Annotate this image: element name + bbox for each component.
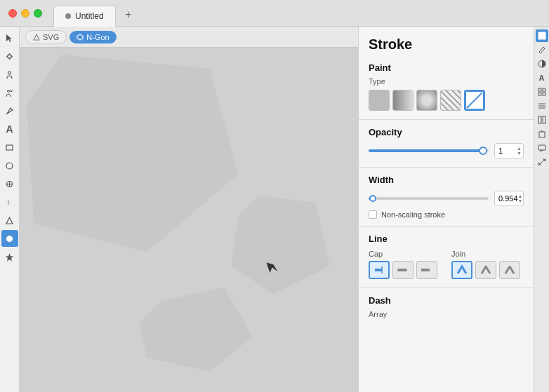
width-section-label: Width: [359, 170, 534, 188]
minimize-button[interactable]: [21, 9, 29, 18]
width-slider[interactable]: [369, 197, 489, 200]
ri-chat[interactable]: [536, 142, 548, 154]
opacity-up[interactable]: ▲: [517, 146, 522, 151]
svg-rect-33: [543, 116, 545, 123]
tool-node[interactable]: [1, 48, 18, 65]
width-down[interactable]: ▼: [518, 198, 523, 203]
tab-modified-dot: [65, 13, 71, 19]
width-row: 0.954 ▲ ▼: [359, 188, 534, 209]
divider-2: [359, 167, 534, 168]
cap-butt[interactable]: [369, 261, 390, 279]
cap-group: Cap: [369, 250, 437, 279]
ri-pencil[interactable]: [536, 43, 548, 56]
non-scaling-row: Non-scaling stroke: [359, 209, 534, 223]
non-scaling-label: Non-scaling stroke: [381, 210, 445, 219]
svg-point-2: [8, 72, 11, 74]
opacity-section-label: Opacity: [359, 123, 534, 140]
opacity-input[interactable]: 1 ▲ ▼: [494, 143, 524, 158]
svg-rect-37: [538, 145, 545, 150]
width-slider-thumb[interactable]: [369, 195, 376, 202]
paint-type-linear[interactable]: [392, 90, 414, 111]
non-scaling-checkbox[interactable]: [369, 210, 377, 219]
svg-rect-28: [543, 93, 545, 95]
svg-marker-12: [6, 253, 14, 262]
svg-point-6: [6, 163, 13, 169]
width-spinners[interactable]: ▲ ▼: [518, 194, 523, 203]
panel-title: Stroke: [359, 27, 534, 58]
svg-rect-23: [538, 32, 545, 39]
width-input[interactable]: 0.954 ▲ ▼: [494, 191, 524, 206]
tab-bar: Untitled +: [53, 0, 135, 26]
new-tab-button[interactable]: +: [121, 8, 135, 22]
paint-type-solid[interactable]: [369, 90, 390, 111]
join-bevel[interactable]: [499, 261, 520, 279]
svg-point-4: [11, 90, 12, 91]
ri-contrast[interactable]: [536, 58, 548, 70]
ri-align[interactable]: [536, 100, 548, 112]
tool-pen[interactable]: [1, 102, 18, 119]
join-group: Join: [451, 250, 520, 279]
tool-text[interactable]: A: [1, 121, 18, 137]
divider-3: [359, 226, 534, 227]
join-miter[interactable]: [451, 261, 472, 279]
array-label: Array: [359, 309, 534, 320]
ri-building[interactable]: [536, 128, 548, 140]
svg-marker-16: [231, 196, 330, 295]
opacity-down[interactable]: ▼: [517, 151, 522, 156]
svg-rect-25: [538, 88, 541, 91]
tool-triangle[interactable]: [1, 212, 18, 229]
cap-join-row: Cap Join: [359, 247, 534, 285]
tool-moon[interactable]: [1, 194, 18, 210]
traffic-lights: [0, 9, 42, 18]
svg-rect-34: [539, 132, 545, 137]
titlebar: Untitled +: [0, 0, 549, 27]
cap-buttons: [369, 261, 437, 279]
svg-rect-5: [6, 145, 13, 150]
ri-columns[interactable]: [536, 114, 548, 126]
width-up[interactable]: ▲: [518, 194, 523, 198]
svg-rect-27: [538, 93, 541, 95]
opacity-value: 1: [498, 147, 503, 155]
canvas-area: SVG N-Gon: [20, 27, 358, 392]
canvas-shapes: [20, 48, 358, 392]
tool-rect[interactable]: [1, 139, 18, 156]
ri-font[interactable]: A: [536, 72, 548, 84]
ri-fill[interactable]: [536, 29, 548, 42]
width-value: 0.954: [498, 194, 518, 203]
join-round[interactable]: [475, 261, 496, 279]
opacity-slider[interactable]: [369, 149, 489, 152]
svg-rect-26: [543, 88, 545, 91]
maximize-button[interactable]: [34, 9, 42, 18]
paint-type-radial[interactable]: [416, 90, 437, 111]
opacity-slider-thumb[interactable]: [479, 147, 487, 155]
line-section-label: Line: [359, 229, 534, 247]
tab-ngon[interactable]: N-Gon: [70, 31, 116, 43]
svg-line-38: [539, 159, 545, 165]
opacity-row: 1 ▲ ▼: [359, 140, 534, 164]
tool-person[interactable]: [1, 66, 18, 83]
cap-square[interactable]: [416, 261, 437, 279]
active-tab[interactable]: Untitled: [53, 6, 116, 27]
close-button[interactable]: [8, 9, 17, 18]
tool-person2[interactable]: [1, 84, 18, 101]
dash-section-label: Dash: [359, 291, 534, 309]
stroke-panel: Stroke Paint Type Opacity: [358, 27, 534, 392]
tab-svg[interactable]: SVG: [25, 30, 67, 44]
paint-type-none[interactable]: [464, 90, 485, 111]
tool-select[interactable]: [1, 29, 18, 46]
paint-type-hatch[interactable]: [440, 90, 461, 111]
tool-ellipse[interactable]: [1, 157, 18, 174]
opacity-spinners[interactable]: ▲ ▼: [517, 146, 522, 156]
tool-star[interactable]: [1, 175, 18, 192]
tool-ngon[interactable]: [1, 230, 18, 247]
ri-resize[interactable]: [536, 156, 548, 168]
join-label: Join: [451, 250, 520, 258]
paint-types: [359, 87, 534, 116]
canvas-tabstrip: SVG N-Gon: [20, 27, 358, 48]
svg-marker-15: [27, 55, 238, 252]
ri-grid[interactable]: [536, 86, 548, 98]
cap-round[interactable]: [392, 261, 414, 279]
tool-star2[interactable]: [1, 248, 18, 265]
type-label: Type: [359, 76, 534, 87]
divider-4: [359, 288, 534, 288]
